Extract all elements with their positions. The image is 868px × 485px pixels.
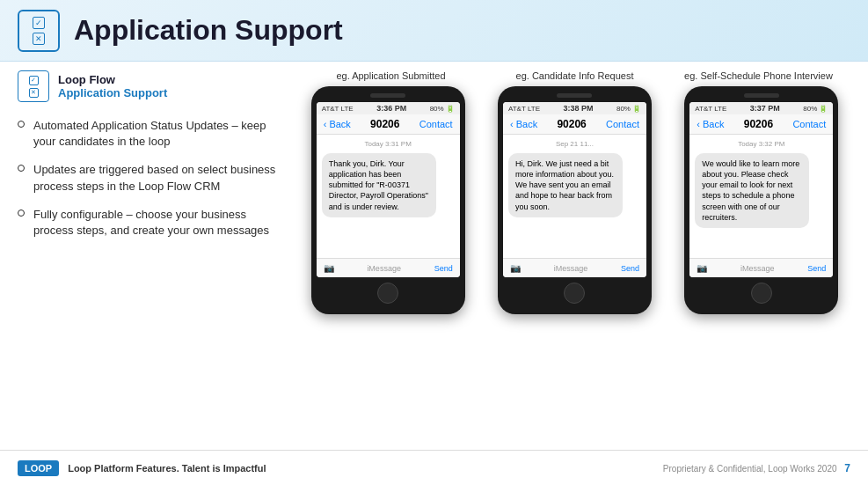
footer-tagline: Loop Platform Features. Talent is Impact…: [68, 463, 266, 474]
phone-1-bubble: Thank you, Dirk. Your application has be…: [322, 153, 436, 217]
phone-1-imessage-bar: 📷 iMessage Send: [317, 258, 460, 277]
page-header: Application Support: [0, 0, 868, 62]
phone-1-back: ‹ Back: [324, 119, 351, 129]
phone-label-2: eg. Candidate Info Request: [496, 70, 654, 81]
phone-2-time: 3:38 PM: [563, 104, 593, 113]
footer-page-number: 7: [844, 462, 850, 474]
bullet-dot-2: [18, 165, 25, 172]
phone-2-home-button: [564, 283, 585, 304]
right-panel: eg. Application Submitted eg. Candidate …: [299, 70, 850, 445]
phone-1-date: Today 3:31 PM: [322, 140, 455, 148]
phone-1-battery: 80% 🔋: [430, 105, 455, 113]
page-title: Application Support: [74, 14, 343, 47]
phone-3-nav: ‹ Back 90206 Contact: [689, 114, 833, 135]
bullet-item-1: Automated Application Status Updates – k…: [18, 118, 281, 150]
bullet-text-1: Automated Application Status Updates – k…: [33, 118, 281, 150]
phone-2-status-bar: AT&T LTE 3:38 PM 80% 🔋: [503, 102, 646, 114]
loop-flow-badge: Loop Flow Application Support: [18, 70, 281, 102]
phone-2-camera-icon: 📷: [510, 263, 521, 273]
phone-3-send: Send: [807, 264, 826, 273]
phone-3-back: ‹ Back: [697, 119, 724, 129]
phone-2-screen: AT&T LTE 3:38 PM 80% 🔋 ‹ Back 90206 Cont…: [503, 102, 646, 277]
phone-2-carrier: AT&T LTE: [508, 105, 540, 113]
phone-2-imessage-bar: 📷 iMessage Send: [503, 258, 646, 277]
phone-1-screen: AT&T LTE 3:36 PM 80% 🔋 ‹ Back 90206 Cont…: [317, 102, 460, 277]
phone-1-send: Send: [434, 264, 453, 273]
main-content: Loop Flow Application Support Automated …: [0, 62, 868, 450]
phone-label-1: eg. Application Submitted: [312, 70, 470, 81]
footer-copyright: Proprietary & Confidential, Loop Works 2…: [663, 464, 837, 474]
phone-1-number: 90206: [370, 118, 399, 130]
phone-2-messages: Sep 21 11... Hi, Dirk. We just need a bi…: [503, 135, 646, 258]
phone-2-back: ‹ Back: [510, 119, 537, 129]
phone-3-speaker: [744, 93, 779, 98]
phone-3: AT&T LTE 3:37 PM 80% 🔋 ‹ Back 90206 Cont…: [684, 86, 838, 314]
phone-3-imessage-label: iMessage: [740, 264, 775, 273]
phone-3-screen: AT&T LTE 3:37 PM 80% 🔋 ‹ Back 90206 Cont…: [689, 102, 833, 277]
bullet-dot-3: [18, 209, 25, 217]
loop-flow-line2: Application Support: [58, 86, 167, 99]
left-panel: Loop Flow Application Support Automated …: [18, 70, 299, 445]
checkbox-x-icon: [33, 33, 45, 45]
phone-1-speaker: [370, 93, 405, 98]
loop-flow-line1: Loop Flow: [58, 73, 167, 86]
bullet-dot-1: [18, 121, 25, 128]
footer-right: Proprietary & Confidential, Loop Works 2…: [663, 462, 850, 474]
phone-1-home-button: [377, 283, 398, 304]
phone-1-time: 3:36 PM: [376, 104, 406, 113]
phone-1-camera-icon: 📷: [324, 263, 334, 273]
phone-2-speaker: [557, 93, 592, 98]
phone-1-status-bar: AT&T LTE 3:36 PM 80% 🔋: [317, 102, 460, 114]
phone-3-status-bar: AT&T LTE 3:37 PM 80% 🔋: [689, 102, 833, 114]
phone-2-send: Send: [621, 264, 639, 273]
phone-3-bubble: We would like to learn more about you. P…: [695, 153, 809, 228]
phone-1-carrier: AT&T LTE: [322, 105, 354, 113]
phone-3-time: 3:37 PM: [750, 104, 780, 113]
phone-3-battery: 80% 🔋: [803, 105, 828, 113]
phone-2-bubble: Hi, Dirk. We just need a bit more inform…: [508, 153, 623, 217]
phone-2-nav: ‹ Back 90206 Contact: [503, 114, 646, 135]
phone-3-messages: Today 3:32 PM We would like to learn mor…: [689, 135, 833, 258]
phone-1-imessage-label: iMessage: [367, 264, 401, 273]
phone-2-contact: Contact: [606, 119, 639, 129]
lf-checkbox-x: [29, 88, 39, 98]
footer-tagline-bold: Loop Platform Features.: [68, 463, 179, 474]
phone-2-imessage-label: iMessage: [554, 264, 588, 273]
phone-3-contact: Contact: [792, 119, 826, 129]
bullet-item-2: Updates are triggered based on select bu…: [18, 162, 281, 194]
phone-labels-row: eg. Application Submitted eg. Candidate …: [299, 70, 850, 81]
phones-row: AT&T LTE 3:36 PM 80% 🔋 ‹ Back 90206 Cont…: [299, 86, 850, 314]
phone-2-date: Sep 21 11...: [508, 140, 641, 148]
phone-3-carrier: AT&T LTE: [695, 105, 726, 113]
page-footer: LOOP Loop Platform Features. Talent is I…: [0, 450, 868, 485]
checkbox-checked-icon: [33, 17, 45, 29]
bullet-text-2: Updates are triggered based on select bu…: [33, 162, 281, 194]
bullet-item-3: Fully configurable – choose your busines…: [18, 207, 281, 239]
phone-3-number: 90206: [744, 118, 773, 130]
bullet-text-3: Fully configurable – choose your busines…: [33, 207, 281, 239]
phone-2: AT&T LTE 3:38 PM 80% 🔋 ‹ Back 90206 Cont…: [498, 86, 652, 314]
footer-left: LOOP Loop Platform Features. Talent is I…: [18, 460, 266, 476]
phone-2-battery: 80% 🔋: [616, 105, 641, 113]
phone-3-date: Today 3:32 PM: [695, 140, 828, 148]
footer-tagline-normal: Talent is Impactful: [182, 463, 266, 474]
header-icon: [18, 10, 60, 52]
phone-2-number: 90206: [557, 118, 586, 130]
phone-label-3: eg. Self-Schedule Phone Interview: [680, 70, 838, 81]
loop-logo: LOOP: [18, 460, 59, 476]
phone-1-messages: Today 3:31 PM Thank you, Dirk. Your appl…: [317, 135, 460, 258]
loop-flow-text: Loop Flow Application Support: [58, 73, 167, 99]
loop-flow-icon: [18, 70, 49, 102]
feature-bullets: Automated Application Status Updates – k…: [18, 118, 281, 239]
phone-3-camera-icon: 📷: [697, 263, 707, 273]
lf-checkbox-checked: [29, 76, 39, 85]
phone-1-nav: ‹ Back 90206 Contact: [317, 114, 460, 135]
phone-1-contact: Contact: [419, 119, 453, 129]
phone-3-home-button: [751, 283, 772, 304]
phone-3-imessage-bar: 📷 iMessage Send: [689, 258, 833, 277]
phone-1: AT&T LTE 3:36 PM 80% 🔋 ‹ Back 90206 Cont…: [311, 86, 465, 314]
